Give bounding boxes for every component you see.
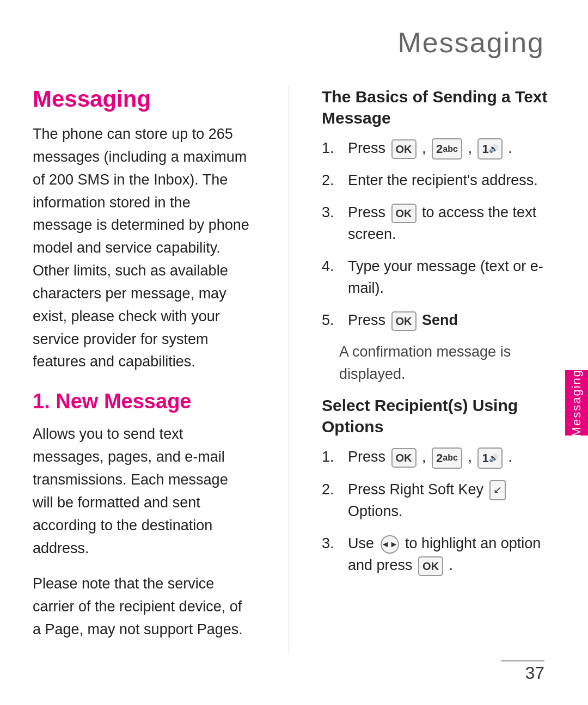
new-message-text2: Please note that the service carrier of … — [33, 573, 250, 641]
basics-step-2: 2. Enter the recipient's address. — [322, 169, 555, 192]
ok-key-1: OK — [391, 139, 416, 159]
tab-label: Messaging — [569, 369, 584, 437]
step-content-3: Press OK to access the text screen. — [339, 201, 555, 246]
1-key-s1: 1🔊 — [477, 447, 502, 469]
step-num-3: 3. — [322, 201, 339, 224]
select-title: Select Recipient(s) Using Options — [322, 395, 555, 437]
messaging-tab: Messaging — [565, 370, 588, 436]
step-num-5: 5. — [322, 309, 339, 332]
left-column: Messaging The phone can store up to 265 … — [33, 86, 261, 654]
step-content-5: Press OK Send — [339, 309, 555, 332]
basics-step-3: 3. Press OK to access the text screen. — [322, 201, 555, 246]
right-column: The Basics of Sending a Text Message 1. … — [316, 86, 555, 654]
select-step-3: 3. Use ◄► to highlight an option and pre… — [322, 532, 555, 577]
step-num-4: 4. — [322, 255, 339, 278]
sel-step-num-3: 3. — [322, 532, 339, 555]
new-message-title: 1. New Message — [33, 390, 250, 413]
basics-step-5: 5. Press OK Send — [322, 309, 555, 332]
basics-title: The Basics of Sending a Text Message — [322, 86, 555, 128]
confirmation-text: A confirmation message is displayed. — [339, 341, 555, 385]
new-message-text1: Allows you to send text messages, pages,… — [33, 423, 250, 560]
basics-step-4: 4. Type your message (text or e-mail). — [322, 255, 555, 299]
2abc-key-s1: 2abc — [432, 447, 462, 469]
sel-step-content-3: Use ◄► to highlight an option and press … — [339, 532, 555, 577]
messaging-section-title: Messaging — [33, 86, 250, 112]
select-step-2: 2. Press Right Soft Key ↙ Options. — [322, 479, 555, 523]
ok-key-s3: OK — [418, 556, 443, 576]
column-divider — [289, 86, 289, 654]
step-content-1: Press OK , 2abc , 1🔊 . — [339, 137, 555, 160]
sel-step-content-2: Press Right Soft Key ↙ Options. — [339, 479, 555, 523]
sel-step-content-1: Press OK , 2abc , 1🔊 . — [339, 446, 555, 468]
step-content-2: Enter the recipient's address. — [339, 169, 555, 192]
content-area: Messaging The phone can store up to 265 … — [0, 75, 588, 654]
messaging-intro: The phone can store up to 265 messages (… — [33, 123, 250, 373]
step-num-1: 1. — [322, 137, 339, 160]
1-key-1: 1🔊 — [477, 138, 502, 160]
step-num-2: 2. — [322, 169, 339, 192]
soft-key-icon: ↙ — [489, 480, 506, 500]
page-number: 37 — [525, 663, 544, 683]
basics-step-1: 1. Press OK , 2abc , 1🔊 . — [322, 137, 555, 160]
footer-divider — [501, 660, 544, 661]
ok-key-3: OK — [391, 204, 416, 223]
ok-key-s1: OK — [391, 448, 416, 468]
select-step-1: 1. Press OK , 2abc , 1🔊 . — [322, 446, 555, 468]
sel-step-num-1: 1. — [322, 446, 339, 468]
page-header-title: Messaging — [0, 0, 588, 75]
sel-step-num-2: 2. — [322, 479, 339, 501]
step-content-4: Type your message (text or e-mail). — [339, 255, 555, 299]
nav-icon: ◄► — [381, 535, 399, 554]
2abc-key-1: 2abc — [432, 138, 462, 160]
ok-key-5: OK — [391, 311, 416, 331]
